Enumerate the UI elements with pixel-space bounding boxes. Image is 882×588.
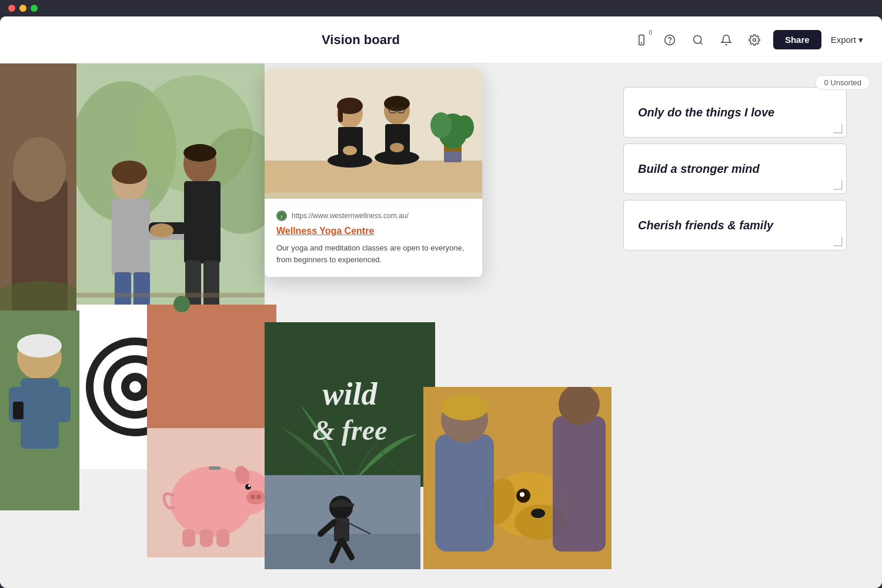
close-dot[interactable] (8, 5, 15, 12)
header: Vision board 0 (0, 16, 882, 64)
gear-icon (749, 34, 760, 46)
settings-icon-button[interactable] (745, 31, 764, 49)
svg-point-74 (248, 485, 250, 487)
piggy-bank-illustration (153, 434, 270, 552)
affirmation-text-3: Cherish friends & family (638, 219, 773, 232)
affirmation-text-1: Only do the things I love (638, 106, 774, 119)
affirmation-cards-container: Only do the things I love Build a strong… (623, 87, 847, 250)
yoga-url-row: y https://www.westernwellness.com.au/ (276, 211, 470, 221)
card-outdoor-left (0, 64, 79, 310)
phone-badge: 0 (649, 29, 652, 36)
svg-rect-35 (265, 158, 482, 193)
svg-rect-44 (338, 105, 343, 122)
share-button[interactable]: Share (773, 30, 821, 49)
unsorted-badge[interactable]: 0 Unsorted (815, 75, 870, 90)
push-pin (173, 296, 190, 312)
svg-point-96 (520, 492, 524, 497)
affirmation-card-3[interactable]: Cherish friends & family (623, 200, 847, 250)
affirmation-card-2[interactable]: Build a stronger mind (623, 143, 847, 194)
card-left-woman (0, 310, 79, 510)
yoga-favicon-icon: y (278, 212, 285, 219)
svg-point-6 (753, 38, 756, 41)
svg-rect-24 (184, 181, 220, 263)
svg-rect-78 (200, 529, 213, 547)
svg-point-70 (246, 490, 265, 505)
app-container: Vision board 0 (0, 16, 882, 588)
svg-point-71 (250, 495, 255, 499)
svg-point-49 (384, 96, 410, 111)
export-label: Export (831, 35, 856, 45)
svg-text:wild: wild (322, 376, 377, 412)
svg-rect-109 (56, 387, 71, 422)
maximize-dot[interactable] (31, 5, 38, 12)
minimize-dot[interactable] (19, 5, 26, 12)
yoga-site-link[interactable]: Wellness Yoga Centre (276, 226, 470, 236)
svg-point-97 (531, 509, 545, 518)
svg-point-46 (328, 153, 372, 168)
chevron-down-icon: ▾ (858, 35, 863, 45)
svg-point-26 (150, 223, 173, 238)
help-icon (664, 34, 676, 46)
notifications-icon-button[interactable] (717, 31, 736, 49)
svg-point-63 (129, 381, 141, 393)
svg-text:y: y (280, 214, 283, 219)
svg-point-9 (13, 137, 66, 202)
svg-point-106 (17, 334, 62, 358)
svg-point-55 (390, 143, 404, 152)
svg-point-39 (430, 112, 452, 138)
outdoor-left-illustration (0, 64, 79, 310)
affirmation-text-2: Build a stronger mind (638, 162, 760, 175)
card-piggy-bank (147, 428, 276, 557)
card-wild-free: wild & free (265, 322, 435, 487)
svg-rect-110 (13, 402, 24, 419)
svg-point-72 (256, 495, 261, 499)
svg-point-23 (183, 144, 216, 162)
bell-icon (720, 34, 732, 46)
yoga-favicon: y (276, 211, 287, 221)
svg-rect-107 (21, 378, 59, 449)
svg-rect-79 (216, 529, 229, 547)
svg-text:& free: & free (313, 415, 387, 446)
search-icon-button[interactable] (689, 31, 707, 49)
svg-point-54 (375, 151, 419, 165)
affirmation-card-1[interactable]: Only do the things I love (623, 87, 847, 138)
svg-point-73 (245, 484, 251, 490)
svg-point-4 (693, 35, 701, 43)
svg-rect-99 (435, 434, 494, 552)
svg-point-3 (670, 42, 670, 42)
header-actions: 0 (632, 30, 863, 49)
vision-board-canvas: 0 Unsorted (0, 64, 882, 588)
page-title: Vision board (89, 32, 632, 48)
yoga-popup-card[interactable]: y https://www.westernwellness.com.au/ We… (265, 69, 482, 277)
runner-illustration (265, 475, 420, 569)
export-button[interactable]: Export ▾ (831, 35, 863, 45)
woman-illustration (0, 310, 79, 510)
svg-rect-41 (444, 152, 462, 162)
svg-point-101 (441, 395, 488, 420)
card-runner (265, 475, 420, 569)
yoga-url-text: https://www.westernwellness.com.au/ (292, 212, 409, 220)
yoga-card-content: y https://www.westernwellness.com.au/ We… (265, 199, 482, 277)
svg-line-5 (700, 42, 703, 44)
card-dog-people (423, 387, 612, 569)
help-icon-button[interactable] (660, 31, 679, 49)
svg-rect-29 (76, 293, 265, 298)
dog-illustration (423, 387, 612, 569)
phone-icon (636, 34, 647, 46)
yoga-studio-image (265, 69, 482, 199)
phone-icon-button[interactable]: 0 (632, 31, 651, 49)
svg-point-86 (329, 496, 353, 519)
yoga-illustration (265, 69, 482, 193)
svg-rect-77 (182, 529, 195, 547)
svg-point-10 (0, 281, 79, 310)
search-icon (692, 34, 704, 46)
svg-point-47 (343, 146, 357, 155)
svg-rect-102 (553, 416, 606, 552)
svg-point-17 (112, 161, 147, 184)
svg-rect-18 (112, 199, 150, 275)
yoga-description: Our yoga and meditation classes are open… (276, 242, 470, 265)
svg-rect-87 (329, 503, 354, 507)
wild-free-illustration: wild & free (265, 322, 435, 487)
svg-point-40 (455, 115, 474, 139)
svg-rect-76 (209, 466, 220, 470)
